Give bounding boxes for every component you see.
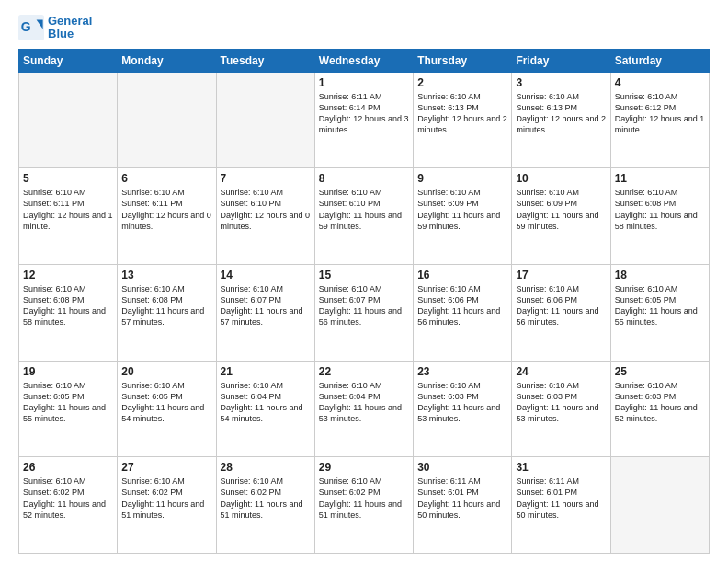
calendar-body: 1Sunrise: 6:11 AM Sunset: 6:14 PM Daylig… xyxy=(19,72,710,553)
day-info: Sunrise: 6:10 AM Sunset: 6:02 PM Dayligh… xyxy=(221,476,311,521)
day-info: Sunrise: 6:10 AM Sunset: 6:11 PM Dayligh… xyxy=(121,187,211,232)
calendar-cell: 29Sunrise: 6:10 AM Sunset: 6:02 PM Dayli… xyxy=(314,457,413,554)
day-number: 19 xyxy=(23,365,113,378)
calendar-cell xyxy=(610,457,709,554)
weekday-wednesday: Wednesday xyxy=(314,49,413,72)
day-info: Sunrise: 6:10 AM Sunset: 6:08 PM Dayligh… xyxy=(23,283,113,328)
week-row-2: 12Sunrise: 6:10 AM Sunset: 6:08 PM Dayli… xyxy=(19,264,710,361)
day-info: Sunrise: 6:10 AM Sunset: 6:05 PM Dayligh… xyxy=(121,380,211,425)
day-info: Sunrise: 6:11 AM Sunset: 6:01 PM Dayligh… xyxy=(417,476,507,521)
svg-text:G: G xyxy=(21,19,31,34)
day-info: Sunrise: 6:10 AM Sunset: 6:10 PM Dayligh… xyxy=(319,187,409,232)
day-info: Sunrise: 6:10 AM Sunset: 6:08 PM Dayligh… xyxy=(615,187,705,232)
day-info: Sunrise: 6:10 AM Sunset: 6:08 PM Dayligh… xyxy=(121,283,211,328)
calendar-table: SundayMondayTuesdayWednesdayThursdayFrid… xyxy=(18,49,710,554)
day-info: Sunrise: 6:10 AM Sunset: 6:04 PM Dayligh… xyxy=(319,380,409,425)
weekday-monday: Monday xyxy=(118,49,216,72)
day-info: Sunrise: 6:10 AM Sunset: 6:05 PM Dayligh… xyxy=(23,380,113,425)
calendar-cell: 26Sunrise: 6:10 AM Sunset: 6:02 PM Dayli… xyxy=(19,457,118,554)
page-header: G General Blue xyxy=(18,15,710,41)
calendar-cell xyxy=(19,72,118,168)
day-number: 13 xyxy=(121,269,211,282)
calendar-cell: 12Sunrise: 6:10 AM Sunset: 6:08 PM Dayli… xyxy=(19,264,118,361)
calendar-cell xyxy=(118,72,216,168)
day-info: Sunrise: 6:10 AM Sunset: 6:12 PM Dayligh… xyxy=(615,91,705,136)
day-info: Sunrise: 6:10 AM Sunset: 6:07 PM Dayligh… xyxy=(319,283,409,328)
day-number: 31 xyxy=(516,461,606,474)
logo-general: General xyxy=(48,15,92,28)
day-info: Sunrise: 6:11 AM Sunset: 6:14 PM Dayligh… xyxy=(319,91,409,136)
day-info: Sunrise: 6:10 AM Sunset: 6:02 PM Dayligh… xyxy=(23,476,113,521)
calendar-cell: 14Sunrise: 6:10 AM Sunset: 6:07 PM Dayli… xyxy=(216,264,314,361)
day-number: 3 xyxy=(516,76,606,89)
calendar-cell: 24Sunrise: 6:10 AM Sunset: 6:03 PM Dayli… xyxy=(512,361,610,457)
day-number: 7 xyxy=(221,172,311,185)
calendar-cell: 9Sunrise: 6:10 AM Sunset: 6:09 PM Daylig… xyxy=(414,168,512,265)
calendar-cell: 17Sunrise: 6:10 AM Sunset: 6:06 PM Dayli… xyxy=(512,264,610,361)
weekday-header-row: SundayMondayTuesdayWednesdayThursdayFrid… xyxy=(19,49,710,72)
day-info: Sunrise: 6:10 AM Sunset: 6:03 PM Dayligh… xyxy=(516,380,606,425)
day-number: 10 xyxy=(516,172,606,185)
day-number: 27 xyxy=(121,461,211,474)
day-number: 14 xyxy=(221,269,311,282)
day-info: Sunrise: 6:10 AM Sunset: 6:07 PM Dayligh… xyxy=(221,283,311,328)
calendar-cell: 30Sunrise: 6:11 AM Sunset: 6:01 PM Dayli… xyxy=(414,457,512,554)
calendar-cell: 2Sunrise: 6:10 AM Sunset: 6:13 PM Daylig… xyxy=(414,72,512,168)
day-number: 6 xyxy=(121,172,211,185)
calendar-cell: 21Sunrise: 6:10 AM Sunset: 6:04 PM Dayli… xyxy=(216,361,314,457)
day-info: Sunrise: 6:10 AM Sunset: 6:09 PM Dayligh… xyxy=(516,187,606,232)
day-info: Sunrise: 6:10 AM Sunset: 6:05 PM Dayligh… xyxy=(615,283,705,328)
day-info: Sunrise: 6:10 AM Sunset: 6:06 PM Dayligh… xyxy=(516,283,606,328)
calendar-cell: 7Sunrise: 6:10 AM Sunset: 6:10 PM Daylig… xyxy=(216,168,314,265)
logo-icon: G xyxy=(18,15,44,40)
logo-blue: Blue xyxy=(48,28,92,40)
calendar-cell: 16Sunrise: 6:10 AM Sunset: 6:06 PM Dayli… xyxy=(414,264,512,361)
calendar-cell: 8Sunrise: 6:10 AM Sunset: 6:10 PM Daylig… xyxy=(314,168,413,265)
calendar-cell: 1Sunrise: 6:11 AM Sunset: 6:14 PM Daylig… xyxy=(314,72,413,168)
day-info: Sunrise: 6:11 AM Sunset: 6:01 PM Dayligh… xyxy=(516,476,606,521)
calendar-cell xyxy=(216,72,314,168)
day-info: Sunrise: 6:10 AM Sunset: 6:13 PM Dayligh… xyxy=(516,91,606,136)
weekday-thursday: Thursday xyxy=(414,49,512,72)
day-number: 29 xyxy=(319,461,409,474)
calendar-cell: 13Sunrise: 6:10 AM Sunset: 6:08 PM Dayli… xyxy=(118,264,216,361)
day-info: Sunrise: 6:10 AM Sunset: 6:13 PM Dayligh… xyxy=(417,91,507,136)
day-info: Sunrise: 6:10 AM Sunset: 6:06 PM Dayligh… xyxy=(417,283,507,328)
calendar-cell: 19Sunrise: 6:10 AM Sunset: 6:05 PM Dayli… xyxy=(19,361,118,457)
day-number: 28 xyxy=(221,461,311,474)
day-info: Sunrise: 6:10 AM Sunset: 6:10 PM Dayligh… xyxy=(221,187,311,232)
day-number: 22 xyxy=(319,365,409,378)
calendar-cell: 23Sunrise: 6:10 AM Sunset: 6:03 PM Dayli… xyxy=(414,361,512,457)
calendar-cell: 22Sunrise: 6:10 AM Sunset: 6:04 PM Dayli… xyxy=(314,361,413,457)
day-number: 17 xyxy=(516,269,606,282)
logo: G General Blue xyxy=(18,15,92,41)
calendar-cell: 3Sunrise: 6:10 AM Sunset: 6:13 PM Daylig… xyxy=(512,72,610,168)
day-number: 16 xyxy=(417,269,507,282)
calendar-cell: 28Sunrise: 6:10 AM Sunset: 6:02 PM Dayli… xyxy=(216,457,314,554)
weekday-sunday: Sunday xyxy=(19,49,118,72)
day-number: 23 xyxy=(417,365,507,378)
day-number: 15 xyxy=(319,269,409,282)
weekday-tuesday: Tuesday xyxy=(216,49,314,72)
calendar-cell: 11Sunrise: 6:10 AM Sunset: 6:08 PM Dayli… xyxy=(610,168,709,265)
day-info: Sunrise: 6:10 AM Sunset: 6:03 PM Dayligh… xyxy=(417,380,507,425)
calendar-cell: 10Sunrise: 6:10 AM Sunset: 6:09 PM Dayli… xyxy=(512,168,610,265)
calendar-cell: 6Sunrise: 6:10 AM Sunset: 6:11 PM Daylig… xyxy=(118,168,216,265)
calendar-cell: 20Sunrise: 6:10 AM Sunset: 6:05 PM Dayli… xyxy=(118,361,216,457)
weekday-friday: Friday xyxy=(512,49,610,72)
weekday-saturday: Saturday xyxy=(610,49,709,72)
day-number: 5 xyxy=(23,172,113,185)
day-number: 18 xyxy=(615,269,705,282)
day-number: 9 xyxy=(417,172,507,185)
day-info: Sunrise: 6:10 AM Sunset: 6:09 PM Dayligh… xyxy=(417,187,507,232)
day-number: 21 xyxy=(221,365,311,378)
day-info: Sunrise: 6:10 AM Sunset: 6:02 PM Dayligh… xyxy=(121,476,211,521)
week-row-3: 19Sunrise: 6:10 AM Sunset: 6:05 PM Dayli… xyxy=(19,361,710,457)
day-number: 8 xyxy=(319,172,409,185)
day-number: 20 xyxy=(121,365,211,378)
calendar-cell: 27Sunrise: 6:10 AM Sunset: 6:02 PM Dayli… xyxy=(118,457,216,554)
day-info: Sunrise: 6:10 AM Sunset: 6:11 PM Dayligh… xyxy=(23,187,113,232)
day-info: Sunrise: 6:10 AM Sunset: 6:03 PM Dayligh… xyxy=(615,380,705,425)
day-number: 12 xyxy=(23,269,113,282)
day-number: 30 xyxy=(417,461,507,474)
